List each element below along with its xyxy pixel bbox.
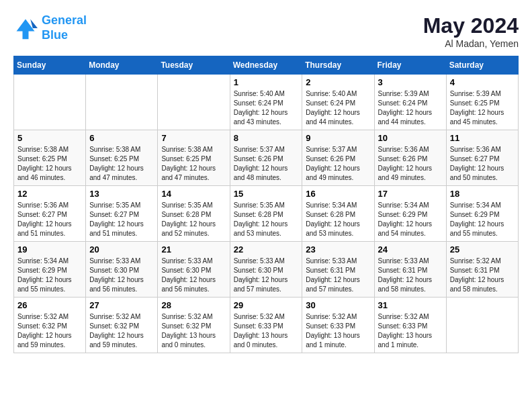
logo: General Blue [13,13,87,42]
calendar-week-4: 19Sunrise: 5:34 AM Sunset: 6:29 PM Dayli… [14,242,519,298]
title-section: May 2024 Al Madan, Yemen [423,13,519,49]
calendar-cell: 9Sunrise: 5:37 AM Sunset: 6:26 PM Daylig… [302,130,374,186]
day-info: Sunrise: 5:37 AM Sunset: 6:26 PM Dayligh… [234,145,299,183]
calendar-cell: 25Sunrise: 5:32 AM Sunset: 6:31 PM Dayli… [446,242,518,298]
day-number: 3 [378,77,443,87]
calendar-cell: 18Sunrise: 5:34 AM Sunset: 6:29 PM Dayli… [446,186,518,242]
day-number: 10 [378,133,443,143]
logo-icon [13,16,38,40]
day-info: Sunrise: 5:39 AM Sunset: 6:24 PM Dayligh… [378,89,443,127]
day-info: Sunrise: 5:33 AM Sunset: 6:30 PM Dayligh… [89,257,154,294]
day-info: Sunrise: 5:33 AM Sunset: 6:31 PM Dayligh… [306,257,370,294]
day-header-thursday: Thursday [302,56,374,75]
calendar-cell: 7Sunrise: 5:38 AM Sunset: 6:25 PM Daylig… [158,130,230,186]
day-header-sunday: Sunday [14,56,86,75]
day-info: Sunrise: 5:33 AM Sunset: 6:31 PM Dayligh… [378,257,443,294]
day-number: 30 [306,300,370,310]
calendar-cell: 3Sunrise: 5:39 AM Sunset: 6:24 PM Daylig… [374,75,446,130]
logo-line1: General [42,13,87,27]
day-number: 16 [306,189,370,199]
calendar-cell: 21Sunrise: 5:33 AM Sunset: 6:30 PM Dayli… [158,242,230,298]
day-number: 6 [89,133,154,143]
day-info: Sunrise: 5:38 AM Sunset: 6:25 PM Dayligh… [17,145,82,183]
day-number: 20 [89,244,154,255]
calendar-cell: 20Sunrise: 5:33 AM Sunset: 6:30 PM Dayli… [86,242,158,298]
calendar-week-2: 5Sunrise: 5:38 AM Sunset: 6:25 PM Daylig… [14,130,519,186]
day-number: 29 [234,300,299,310]
day-info: Sunrise: 5:32 AM Sunset: 6:32 PM Dayligh… [161,312,226,350]
day-info: Sunrise: 5:40 AM Sunset: 6:24 PM Dayligh… [234,89,299,127]
day-header-monday: Monday [86,56,158,75]
calendar-cell: 6Sunrise: 5:38 AM Sunset: 6:25 PM Daylig… [86,130,158,186]
calendar-cell: 29Sunrise: 5:32 AM Sunset: 6:33 PM Dayli… [230,298,302,353]
calendar-cell [446,298,518,353]
day-info: Sunrise: 5:32 AM Sunset: 6:32 PM Dayligh… [17,312,82,350]
calendar-cell: 27Sunrise: 5:32 AM Sunset: 6:32 PM Dayli… [86,298,158,353]
day-info: Sunrise: 5:36 AM Sunset: 6:26 PM Dayligh… [378,145,443,183]
calendar-cell: 4Sunrise: 5:39 AM Sunset: 6:25 PM Daylig… [446,75,518,130]
day-number: 2 [306,77,370,87]
day-number: 1 [234,77,299,87]
day-info: Sunrise: 5:36 AM Sunset: 6:27 PM Dayligh… [450,145,515,183]
day-number: 4 [450,77,515,87]
day-number: 5 [17,133,82,143]
day-info: Sunrise: 5:38 AM Sunset: 6:25 PM Dayligh… [89,145,154,183]
day-info: Sunrise: 5:38 AM Sunset: 6:25 PM Dayligh… [161,145,226,183]
day-number: 17 [378,189,443,199]
day-number: 8 [234,133,299,143]
day-number: 21 [161,244,226,255]
day-info: Sunrise: 5:32 AM Sunset: 6:33 PM Dayligh… [378,312,443,350]
day-info: Sunrise: 5:35 AM Sunset: 6:28 PM Dayligh… [234,201,299,238]
calendar-week-5: 26Sunrise: 5:32 AM Sunset: 6:32 PM Dayli… [14,298,519,353]
day-info: Sunrise: 5:34 AM Sunset: 6:28 PM Dayligh… [306,201,370,238]
day-info: Sunrise: 5:35 AM Sunset: 6:27 PM Dayligh… [89,201,154,238]
day-info: Sunrise: 5:34 AM Sunset: 6:29 PM Dayligh… [450,201,515,238]
day-number: 24 [378,244,443,255]
day-number: 11 [450,133,515,143]
calendar-cell: 30Sunrise: 5:32 AM Sunset: 6:33 PM Dayli… [302,298,374,353]
day-info: Sunrise: 5:34 AM Sunset: 6:29 PM Dayligh… [378,201,443,238]
day-info: Sunrise: 5:39 AM Sunset: 6:25 PM Dayligh… [450,89,515,127]
calendar-subtitle: Al Madan, Yemen [423,38,519,49]
day-number: 23 [306,244,370,255]
day-info: Sunrise: 5:40 AM Sunset: 6:24 PM Dayligh… [306,89,370,127]
day-number: 28 [161,300,226,310]
day-info: Sunrise: 5:33 AM Sunset: 6:30 PM Dayligh… [161,257,226,294]
calendar-week-3: 12Sunrise: 5:36 AM Sunset: 6:27 PM Dayli… [14,186,519,242]
calendar-week-1: 1Sunrise: 5:40 AM Sunset: 6:24 PM Daylig… [14,75,519,130]
day-info: Sunrise: 5:32 AM Sunset: 6:33 PM Dayligh… [234,312,299,350]
day-number: 18 [450,189,515,199]
day-number: 22 [234,244,299,255]
calendar-cell: 16Sunrise: 5:34 AM Sunset: 6:28 PM Dayli… [302,186,374,242]
calendar-cell: 8Sunrise: 5:37 AM Sunset: 6:26 PM Daylig… [230,130,302,186]
calendar-cell [86,75,158,130]
svg-marker-2 [30,19,38,28]
calendar-cell: 15Sunrise: 5:35 AM Sunset: 6:28 PM Dayli… [230,186,302,242]
day-info: Sunrise: 5:36 AM Sunset: 6:27 PM Dayligh… [17,201,82,238]
calendar-cell: 26Sunrise: 5:32 AM Sunset: 6:32 PM Dayli… [14,298,86,353]
calendar-cell: 10Sunrise: 5:36 AM Sunset: 6:26 PM Dayli… [374,130,446,186]
day-number: 12 [17,189,82,199]
day-number: 7 [161,133,226,143]
calendar-cell: 23Sunrise: 5:33 AM Sunset: 6:31 PM Dayli… [302,242,374,298]
day-number: 15 [234,189,299,199]
calendar-cell: 5Sunrise: 5:38 AM Sunset: 6:25 PM Daylig… [14,130,86,186]
calendar-cell: 19Sunrise: 5:34 AM Sunset: 6:29 PM Dayli… [14,242,86,298]
day-info: Sunrise: 5:33 AM Sunset: 6:30 PM Dayligh… [234,257,299,294]
calendar-cell: 22Sunrise: 5:33 AM Sunset: 6:30 PM Dayli… [230,242,302,298]
calendar-header-row: SundayMondayTuesdayWednesdayThursdayFrid… [14,56,519,75]
calendar-cell: 31Sunrise: 5:32 AM Sunset: 6:33 PM Dayli… [374,298,446,353]
day-info: Sunrise: 5:32 AM Sunset: 6:32 PM Dayligh… [89,312,154,350]
calendar-cell: 11Sunrise: 5:36 AM Sunset: 6:27 PM Dayli… [446,130,518,186]
day-info: Sunrise: 5:32 AM Sunset: 6:33 PM Dayligh… [306,312,370,350]
day-header-wednesday: Wednesday [230,56,302,75]
day-number: 31 [378,300,443,310]
day-info: Sunrise: 5:35 AM Sunset: 6:28 PM Dayligh… [161,201,226,238]
day-info: Sunrise: 5:37 AM Sunset: 6:26 PM Dayligh… [306,145,370,183]
calendar-cell: 13Sunrise: 5:35 AM Sunset: 6:27 PM Dayli… [86,186,158,242]
calendar-cell: 1Sunrise: 5:40 AM Sunset: 6:24 PM Daylig… [230,75,302,130]
calendar-cell: 14Sunrise: 5:35 AM Sunset: 6:28 PM Dayli… [158,186,230,242]
calendar-cell: 28Sunrise: 5:32 AM Sunset: 6:32 PM Dayli… [158,298,230,353]
day-info: Sunrise: 5:34 AM Sunset: 6:29 PM Dayligh… [17,257,82,294]
day-number: 19 [17,244,82,255]
